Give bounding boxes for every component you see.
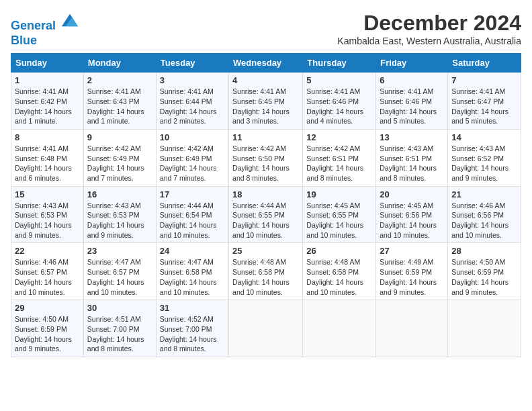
calendar-day-cell: [376, 300, 448, 357]
day-number: 29: [15, 303, 80, 313]
calendar-table: SundayMondayTuesdayWednesdayThursdayFrid…: [11, 53, 521, 357]
day-number: 4: [232, 75, 299, 85]
calendar-day-cell: 2Sunrise: 4:41 AM Sunset: 6:43 PM Daylig…: [83, 73, 156, 130]
title-block: December 2024 Kambalda East, Western Aus…: [337, 11, 521, 46]
day-number: 28: [451, 246, 517, 256]
calendar-day-cell: 10Sunrise: 4:42 AM Sunset: 6:49 PM Dayli…: [156, 129, 228, 186]
day-number: 31: [160, 303, 225, 313]
calendar-day-cell: 19Sunrise: 4:45 AM Sunset: 6:55 PM Dayli…: [303, 186, 376, 243]
day-number: 9: [87, 132, 152, 142]
day-number: 24: [160, 246, 225, 256]
calendar-day-cell: 22Sunrise: 4:46 AM Sunset: 6:57 PM Dayli…: [11, 243, 84, 300]
calendar-header-cell: Wednesday: [229, 54, 303, 73]
calendar-day-cell: 5Sunrise: 4:41 AM Sunset: 6:46 PM Daylig…: [303, 73, 376, 130]
calendar-header-cell: Sunday: [11, 54, 84, 73]
day-info: Sunrise: 4:46 AM Sunset: 6:56 PM Dayligh…: [451, 201, 517, 240]
logo: General Blue: [11, 11, 79, 48]
calendar-day-cell: 24Sunrise: 4:47 AM Sunset: 6:58 PM Dayli…: [156, 243, 228, 300]
calendar-day-cell: 12Sunrise: 4:42 AM Sunset: 6:51 PM Dayli…: [303, 129, 376, 186]
day-number: 26: [306, 246, 372, 256]
day-info: Sunrise: 4:43 AM Sunset: 6:52 PM Dayligh…: [451, 144, 517, 183]
calendar-day-cell: 30Sunrise: 4:51 AM Sunset: 7:00 PM Dayli…: [83, 300, 156, 357]
day-info: Sunrise: 4:41 AM Sunset: 6:46 PM Dayligh…: [380, 87, 444, 126]
calendar-day-cell: [229, 300, 303, 357]
calendar-day-cell: 1Sunrise: 4:41 AM Sunset: 6:42 PM Daylig…: [11, 73, 84, 130]
day-info: Sunrise: 4:45 AM Sunset: 6:56 PM Dayligh…: [380, 201, 444, 240]
day-info: Sunrise: 4:50 AM Sunset: 6:59 PM Dayligh…: [451, 257, 517, 297]
calendar-header-cell: Friday: [376, 54, 448, 73]
day-info: Sunrise: 4:42 AM Sunset: 6:49 PM Dayligh…: [87, 144, 152, 183]
day-number: 17: [160, 189, 225, 199]
day-info: Sunrise: 4:51 AM Sunset: 7:00 PM Dayligh…: [87, 314, 152, 354]
location-title: Kambalda East, Western Australia, Austra…: [337, 36, 521, 46]
day-number: 3: [160, 75, 225, 85]
calendar-day-cell: 18Sunrise: 4:44 AM Sunset: 6:55 PM Dayli…: [229, 186, 303, 243]
day-number: 12: [306, 132, 372, 142]
calendar-week-row: 29Sunrise: 4:50 AM Sunset: 6:59 PM Dayli…: [11, 300, 521, 357]
month-title: December 2024: [337, 11, 521, 36]
day-number: 22: [15, 246, 80, 256]
day-number: 19: [306, 189, 372, 199]
calendar-day-cell: 29Sunrise: 4:50 AM Sunset: 6:59 PM Dayli…: [11, 300, 84, 357]
day-number: 14: [451, 132, 517, 142]
calendar-day-cell: 21Sunrise: 4:46 AM Sunset: 6:56 PM Dayli…: [448, 186, 521, 243]
calendar-day-cell: 8Sunrise: 4:41 AM Sunset: 6:48 PM Daylig…: [11, 129, 84, 186]
day-number: 1: [15, 75, 80, 85]
calendar-day-cell: 17Sunrise: 4:44 AM Sunset: 6:54 PM Dayli…: [156, 186, 228, 243]
logo-text-blue: Blue: [11, 34, 79, 48]
day-info: Sunrise: 4:48 AM Sunset: 6:58 PM Dayligh…: [232, 257, 299, 297]
day-number: 25: [232, 246, 299, 256]
calendar-week-row: 22Sunrise: 4:46 AM Sunset: 6:57 PM Dayli…: [11, 243, 521, 300]
day-number: 10: [160, 132, 225, 142]
calendar-day-cell: 23Sunrise: 4:47 AM Sunset: 6:57 PM Dayli…: [83, 243, 156, 300]
calendar-day-cell: 25Sunrise: 4:48 AM Sunset: 6:58 PM Dayli…: [229, 243, 303, 300]
calendar-day-cell: [448, 300, 521, 357]
day-info: Sunrise: 4:44 AM Sunset: 6:54 PM Dayligh…: [160, 201, 225, 240]
day-info: Sunrise: 4:47 AM Sunset: 6:57 PM Dayligh…: [87, 257, 152, 297]
calendar-day-cell: 31Sunrise: 4:52 AM Sunset: 7:00 PM Dayli…: [156, 300, 228, 357]
day-number: 6: [380, 75, 444, 85]
day-info: Sunrise: 4:41 AM Sunset: 6:46 PM Dayligh…: [306, 87, 372, 126]
day-info: Sunrise: 4:47 AM Sunset: 6:58 PM Dayligh…: [160, 257, 225, 297]
day-info: Sunrise: 4:43 AM Sunset: 6:53 PM Dayligh…: [15, 201, 80, 240]
day-number: 13: [380, 132, 444, 142]
calendar-day-cell: 14Sunrise: 4:43 AM Sunset: 6:52 PM Dayli…: [448, 129, 521, 186]
calendar-body: 1Sunrise: 4:41 AM Sunset: 6:42 PM Daylig…: [11, 73, 521, 357]
calendar-day-cell: 20Sunrise: 4:45 AM Sunset: 6:56 PM Dayli…: [376, 186, 448, 243]
day-number: 8: [15, 132, 80, 142]
day-number: 27: [380, 246, 444, 256]
day-info: Sunrise: 4:41 AM Sunset: 6:44 PM Dayligh…: [160, 87, 225, 126]
day-number: 15: [15, 189, 80, 199]
calendar-header-row: SundayMondayTuesdayWednesdayThursdayFrid…: [11, 54, 521, 73]
day-info: Sunrise: 4:43 AM Sunset: 6:53 PM Dayligh…: [87, 201, 152, 240]
calendar-header-cell: Saturday: [448, 54, 521, 73]
day-info: Sunrise: 4:41 AM Sunset: 6:48 PM Dayligh…: [15, 144, 80, 183]
day-info: Sunrise: 4:49 AM Sunset: 6:59 PM Dayligh…: [380, 257, 444, 297]
calendar-day-cell: 4Sunrise: 4:41 AM Sunset: 6:45 PM Daylig…: [229, 73, 303, 130]
day-info: Sunrise: 4:42 AM Sunset: 6:50 PM Dayligh…: [232, 144, 299, 183]
calendar-day-cell: 11Sunrise: 4:42 AM Sunset: 6:50 PM Dayli…: [229, 129, 303, 186]
calendar-day-cell: 6Sunrise: 4:41 AM Sunset: 6:46 PM Daylig…: [376, 73, 448, 130]
day-number: 11: [232, 132, 299, 142]
calendar-week-row: 15Sunrise: 4:43 AM Sunset: 6:53 PM Dayli…: [11, 186, 521, 243]
day-info: Sunrise: 4:41 AM Sunset: 6:47 PM Dayligh…: [451, 87, 517, 126]
calendar-day-cell: 16Sunrise: 4:43 AM Sunset: 6:53 PM Dayli…: [83, 186, 156, 243]
day-info: Sunrise: 4:42 AM Sunset: 6:49 PM Dayligh…: [160, 144, 225, 183]
day-info: Sunrise: 4:45 AM Sunset: 6:55 PM Dayligh…: [306, 201, 372, 240]
calendar-week-row: 1Sunrise: 4:41 AM Sunset: 6:42 PM Daylig…: [11, 73, 521, 130]
calendar-week-row: 8Sunrise: 4:41 AM Sunset: 6:48 PM Daylig…: [11, 129, 521, 186]
logo-text: General: [11, 11, 79, 34]
day-info: Sunrise: 4:41 AM Sunset: 6:43 PM Dayligh…: [87, 87, 152, 126]
day-info: Sunrise: 4:41 AM Sunset: 6:45 PM Dayligh…: [232, 87, 299, 126]
day-info: Sunrise: 4:43 AM Sunset: 6:51 PM Dayligh…: [380, 144, 444, 183]
calendar-day-cell: 27Sunrise: 4:49 AM Sunset: 6:59 PM Dayli…: [376, 243, 448, 300]
day-info: Sunrise: 4:41 AM Sunset: 6:42 PM Dayligh…: [15, 87, 80, 126]
day-info: Sunrise: 4:44 AM Sunset: 6:55 PM Dayligh…: [232, 201, 299, 240]
day-number: 2: [87, 75, 152, 85]
calendar-header-cell: Monday: [83, 54, 156, 73]
calendar-day-cell: 3Sunrise: 4:41 AM Sunset: 6:44 PM Daylig…: [156, 73, 228, 130]
calendar-day-cell: 26Sunrise: 4:48 AM Sunset: 6:58 PM Dayli…: [303, 243, 376, 300]
day-number: 5: [306, 75, 372, 85]
day-info: Sunrise: 4:52 AM Sunset: 7:00 PM Dayligh…: [160, 314, 225, 354]
day-info: Sunrise: 4:46 AM Sunset: 6:57 PM Dayligh…: [15, 257, 80, 297]
